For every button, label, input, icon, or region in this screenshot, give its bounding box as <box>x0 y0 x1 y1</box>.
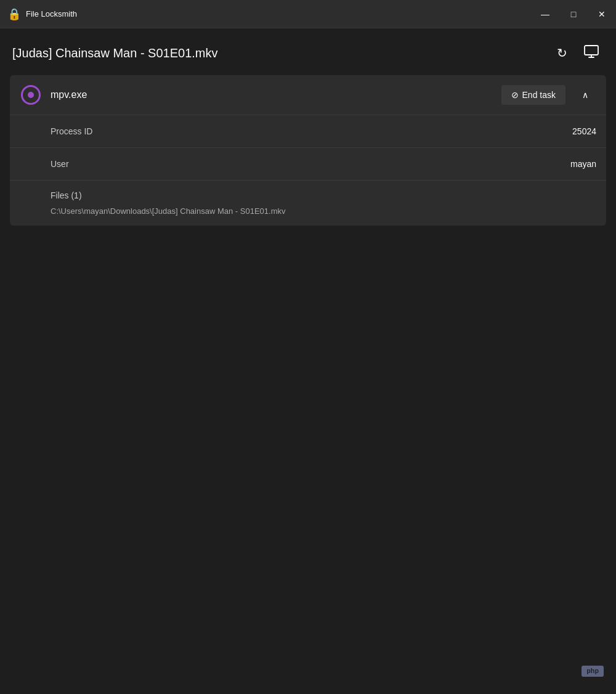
file-path: C:\Users\mayan\Downloads\[Judas] Chainsa… <box>51 206 596 216</box>
watermark: php <box>582 664 604 676</box>
process-id-label: Process ID <box>51 126 92 136</box>
monitor-button[interactable] <box>579 41 604 65</box>
files-section: Files (1) C:\Users\mayan\Downloads\[Juda… <box>10 181 606 226</box>
process-id-row: Process ID 25024 <box>10 115 606 148</box>
process-card: mpv.exe ⊘ End task ∧ Process ID 25024 Us… <box>10 75 606 226</box>
end-task-icon: ⊘ <box>511 90 519 100</box>
chevron-up-icon: ∧ <box>582 90 588 100</box>
app-title: File Locksmith <box>26 9 77 18</box>
user-value: mayan <box>570 159 596 169</box>
svg-rect-0 <box>585 46 598 55</box>
maximize-button[interactable]: □ <box>559 0 588 28</box>
end-task-label: End task <box>522 90 556 100</box>
close-button[interactable]: ✕ <box>588 0 616 28</box>
file-title: [Judas] Chainsaw Man - S01E01.mkv <box>12 46 218 60</box>
app-icon: 🔒 <box>7 7 21 21</box>
end-task-button[interactable]: ⊘ End task <box>501 85 565 105</box>
php-badge: php <box>582 666 604 677</box>
process-name: mpv.exe <box>51 89 493 100</box>
process-bullseye-icon <box>21 85 41 105</box>
refresh-icon: ↻ <box>557 46 567 60</box>
collapse-button[interactable]: ∧ <box>574 84 596 106</box>
refresh-button[interactable]: ↻ <box>549 41 574 65</box>
process-icon-container <box>20 84 42 106</box>
title-bar-controls: — □ ✕ <box>531 0 616 28</box>
title-bar-left: 🔒 File Locksmith <box>7 7 77 21</box>
monitor-icon <box>584 45 599 62</box>
user-row: User mayan <box>10 148 606 181</box>
title-bar: 🔒 File Locksmith — □ ✕ <box>0 0 616 28</box>
process-id-value: 25024 <box>572 126 596 136</box>
user-label: User <box>51 159 69 169</box>
files-label: Files (1) <box>51 190 596 200</box>
minimize-button[interactable]: — <box>531 0 559 28</box>
main-content: [Judas] Chainsaw Man - S01E01.mkv ↻ <box>0 28 616 235</box>
file-title-actions: ↻ <box>549 41 604 65</box>
file-title-row: [Judas] Chainsaw Man - S01E01.mkv ↻ <box>10 41 606 65</box>
process-header: mpv.exe ⊘ End task ∧ <box>10 75 606 115</box>
